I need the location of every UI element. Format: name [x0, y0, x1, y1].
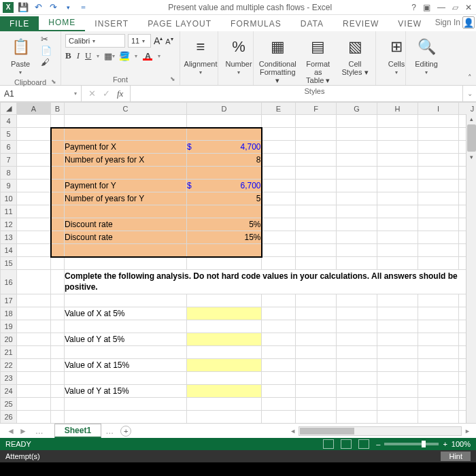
insert-function-icon[interactable]: fx [117, 88, 123, 99]
font-name-combo[interactable]: Calibri▾ [65, 34, 125, 48]
cell-A10[interactable] [17, 192, 51, 205]
horizontal-scrollbar[interactable]: ◄ ► [131, 426, 476, 436]
cell-E7[interactable] [262, 154, 296, 167]
font-size-combo[interactable]: 11▾ [128, 34, 151, 48]
cell-D17[interactable] [187, 294, 262, 307]
cell-B9[interactable] [51, 180, 65, 192]
increase-font-icon[interactable]: A▴ [154, 35, 163, 46]
cell-C15[interactable] [65, 257, 187, 270]
row-11[interactable]: 11 [1, 205, 477, 218]
cell-I4[interactable] [418, 115, 459, 128]
row-header-22[interactable]: 22 [1, 359, 17, 372]
cell-B19[interactable] [51, 320, 65, 333]
cell-B5[interactable] [51, 128, 65, 141]
cell-B21[interactable] [51, 346, 65, 359]
cell-C12[interactable]: Discount rate [65, 218, 187, 231]
cell-C26[interactable] [65, 411, 187, 424]
format-as-table-button[interactable]: ▤ Format asTable ▾ [301, 34, 335, 86]
select-all-button[interactable]: ◢ [1, 103, 17, 115]
cell-F17[interactable] [296, 294, 337, 307]
scroll-down-icon[interactable]: ▾ [466, 152, 476, 162]
cell-E13[interactable] [262, 231, 296, 244]
cell-H15[interactable] [377, 257, 418, 270]
cell-B6[interactable] [51, 141, 65, 154]
cell-H21[interactable] [377, 346, 418, 359]
cell-H8[interactable] [377, 167, 418, 180]
cell-E8[interactable] [262, 167, 296, 180]
cell-E11[interactable] [262, 205, 296, 218]
row-header-19[interactable]: 19 [1, 320, 17, 333]
row-header-5[interactable]: 5 [1, 128, 17, 141]
name-box[interactable]: A1▾ [0, 86, 82, 101]
row-header-18[interactable]: 18 [1, 307, 17, 320]
cell-F4[interactable] [296, 115, 337, 128]
cell-H6[interactable] [377, 141, 418, 154]
sheet-nav-prev-icon[interactable]: ◄ [7, 426, 15, 436]
cell-C5[interactable] [65, 128, 187, 141]
row-10[interactable]: 10Number of years for Y5 [1, 192, 477, 205]
cell-C20[interactable]: Value of Y at 5% [65, 333, 187, 346]
cell-styles-button[interactable]: ▧ CellStyles ▾ [339, 34, 371, 78]
cell-E20[interactable] [262, 333, 296, 346]
zoom-level[interactable]: 100% [452, 440, 471, 448]
cut-icon[interactable]: ✂ [41, 34, 52, 44]
cell-H4[interactable] [377, 115, 418, 128]
cell-B26[interactable] [51, 411, 65, 424]
cell-E12[interactable] [262, 218, 296, 231]
cell-C19[interactable] [65, 320, 187, 333]
expand-formula-bar-icon[interactable]: ⌄ [462, 86, 476, 101]
sign-in-button[interactable]: Sign In👤 [434, 14, 476, 31]
cell-A5[interactable] [17, 128, 51, 141]
cell-H5[interactable] [377, 128, 418, 141]
cell-I21[interactable] [418, 346, 459, 359]
cell-G9[interactable] [337, 180, 377, 192]
row-21[interactable]: 21 [1, 346, 477, 359]
cell-H17[interactable] [377, 294, 418, 307]
cell-B23[interactable] [51, 372, 65, 385]
number-button[interactable]: % Number▾ [222, 34, 255, 77]
cell-G20[interactable] [337, 333, 377, 346]
cell-A22[interactable] [17, 359, 51, 372]
enter-formula-icon[interactable]: ✓ [103, 88, 110, 99]
cell-C4[interactable] [65, 115, 187, 128]
cell-B25[interactable] [51, 398, 65, 411]
row-15[interactable]: 15 [1, 257, 477, 270]
cell-G26[interactable] [337, 411, 377, 424]
cell-F12[interactable] [296, 218, 337, 231]
cell-D23[interactable] [187, 372, 262, 385]
cell-F26[interactable] [296, 411, 337, 424]
cell-E17[interactable] [262, 294, 296, 307]
cell-E10[interactable] [262, 192, 296, 205]
vertical-scrollbar[interactable]: ▴ ▾ [466, 114, 476, 423]
cell-D13[interactable]: 15% [187, 231, 262, 244]
cell-G21[interactable] [337, 346, 377, 359]
redo-icon[interactable]: ↷ [48, 2, 58, 13]
cell-G15[interactable] [337, 257, 377, 270]
cell-E4[interactable] [262, 115, 296, 128]
row-20[interactable]: 20Value of Y at 5% [1, 333, 477, 346]
editing-button[interactable]: 🔍 Editing▾ [410, 34, 443, 77]
cell-F21[interactable] [296, 346, 337, 359]
cell-B4[interactable] [51, 115, 65, 128]
cell-A12[interactable] [17, 218, 51, 231]
cell-F6[interactable] [296, 141, 337, 154]
cell-A18[interactable] [17, 307, 51, 320]
cell-C8[interactable] [65, 167, 187, 180]
row-header-25[interactable]: 25 [1, 398, 17, 411]
cell-A19[interactable] [17, 320, 51, 333]
cell-G11[interactable] [337, 205, 377, 218]
cell-D21[interactable] [187, 346, 262, 359]
cell-F7[interactable] [296, 154, 337, 167]
cell-F11[interactable] [296, 205, 337, 218]
cell-I25[interactable] [418, 398, 459, 411]
italic-button[interactable]: I [77, 50, 80, 61]
cell-H22[interactable] [377, 359, 418, 372]
col-header-I[interactable]: I [418, 103, 459, 115]
cell-D10[interactable]: 5 [187, 192, 262, 205]
cell-G19[interactable] [337, 320, 377, 333]
cell-B18[interactable] [51, 307, 65, 320]
tab-insert[interactable]: INSERT [85, 16, 138, 31]
row-22[interactable]: 22Value of X at 15% [1, 359, 477, 372]
cell-A14[interactable] [17, 244, 51, 257]
row-header-11[interactable]: 11 [1, 205, 17, 218]
